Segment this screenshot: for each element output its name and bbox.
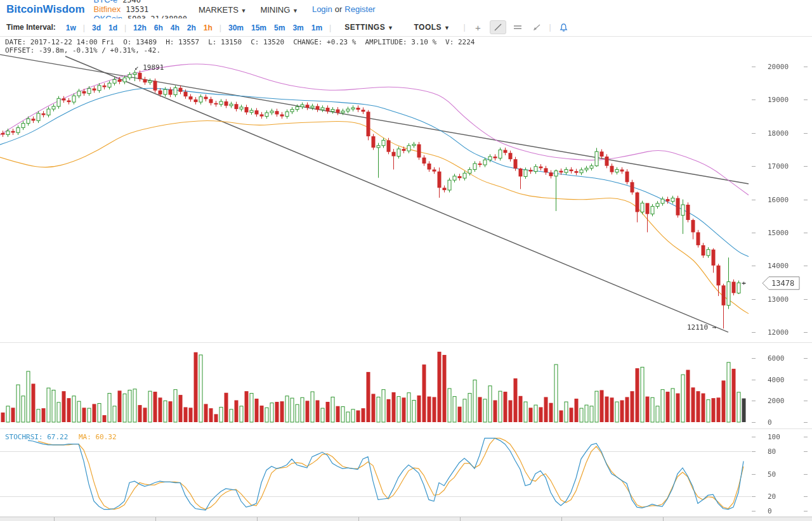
info-field: AMPLITUDE: 3.10 % xyxy=(365,38,436,46)
divider: | xyxy=(463,23,465,32)
divider: | xyxy=(329,23,331,32)
chevron-down-icon: ▼ xyxy=(444,25,450,31)
arrow-down-left-icon: ↙ xyxy=(134,63,139,72)
tools-menu[interactable]: TOOLS ▼ xyxy=(414,23,450,32)
settings-menu[interactable]: SETTINGS ▼ xyxy=(344,23,393,32)
auth-links: LoginorRegister xyxy=(312,4,376,14)
info-field: V: 2224 xyxy=(445,38,475,46)
interval-30m[interactable]: 30m xyxy=(228,23,244,32)
interval-6h[interactable]: 6h xyxy=(154,23,163,32)
stoch-axis-label: 50 xyxy=(768,470,801,479)
ticker-bitfinex[interactable]: Bitfinex13531 xyxy=(94,4,187,14)
chart-canvas[interactable] xyxy=(0,0,812,521)
price-axis-label: 12000 xyxy=(768,328,801,337)
interval-15m[interactable]: 15m xyxy=(251,23,266,32)
price-axis-label: 18000 xyxy=(768,129,801,138)
ticker-btc-e[interactable]: BTC-e2546 xyxy=(94,0,187,4)
interval-1m[interactable]: 1m xyxy=(311,23,322,32)
info-field: CHANGE: +0.23 % xyxy=(293,38,356,46)
stochrsi-k-label: STOCHRSI: 67.22 xyxy=(5,433,68,441)
price-axis-label: 15000 xyxy=(768,229,801,237)
ohlc-info-bar: DATE: 2017-12-22 14:00 FriO: 13489H: 135… xyxy=(5,38,483,55)
info-field: O: 13489 xyxy=(123,38,157,46)
menu-markets[interactable]: MARKETS ▼ xyxy=(199,5,246,15)
menu-mining[interactable]: MINING ▼ xyxy=(260,5,298,15)
volume-axis-label: 0 xyxy=(768,418,801,427)
interval-3d[interactable]: 3d xyxy=(92,23,101,32)
price-axis-label: 20000 xyxy=(768,63,801,71)
trend-arrow-icon[interactable] xyxy=(529,21,544,34)
or-text: or xyxy=(332,4,345,14)
info-field: L: 13150 xyxy=(208,38,242,46)
bell-icon[interactable] xyxy=(556,21,572,34)
header: BitcoinWisdom Bitstamp14169.19BTC-e2546B… xyxy=(0,0,812,19)
stoch-axis-label: 20 xyxy=(768,492,801,501)
toolbar: Time Interval: 1w|3d1d|12h6h4h2h1h|30m15… xyxy=(0,18,812,37)
interval-1d[interactable]: 1d xyxy=(108,23,117,32)
chevron-down-icon: ▼ xyxy=(388,25,393,31)
header-menus: MARKETS ▼MINING ▼ xyxy=(199,4,312,15)
divider: | xyxy=(124,23,126,32)
stochrsi-ma-label: MA: 60.32 xyxy=(79,433,117,441)
interval-5m[interactable]: 5m xyxy=(274,23,285,32)
high-price-annotation: ↙ 19891 xyxy=(134,63,164,72)
chevron-down-icon: ▼ xyxy=(292,8,298,14)
volume-axis-label: 6000 xyxy=(768,354,801,363)
arrow-right-icon: → xyxy=(712,323,717,331)
offset-info-line2: OFFSET: -39.8m, -0.31% / +0.31%, -42. xyxy=(5,46,483,55)
price-axis-label: 13000 xyxy=(768,295,801,304)
interval-4h[interactable]: 4h xyxy=(171,23,180,32)
volume-axis-label: 2000 xyxy=(768,397,801,405)
divider: | xyxy=(83,23,85,32)
price-axis-label: 17000 xyxy=(768,162,801,170)
interval-1h[interactable]: 1h xyxy=(204,23,213,32)
interval-12h[interactable]: 12h xyxy=(133,23,147,32)
info-field: C: 13520 xyxy=(251,38,284,46)
interval-2h[interactable]: 2h xyxy=(187,23,196,32)
register-link[interactable]: Register xyxy=(344,4,375,14)
stochrsi-legend: STOCHRSI: 67.22 MA: 60.32 xyxy=(5,433,117,441)
info-field: DATE: 2017-12-22 14:00 Fri xyxy=(5,38,114,46)
low-price-annotation: 12110 → xyxy=(687,323,716,331)
current-price-tag: 13478 xyxy=(771,279,794,288)
interval-list: 1w|3d1d|12h6h4h2h1h|30m15m5m3m1m| xyxy=(62,22,334,33)
stoch-axis-label: 80 xyxy=(768,447,801,456)
horizontal-lines-icon[interactable] xyxy=(510,21,525,34)
divider: | xyxy=(219,23,221,32)
interval-1w[interactable]: 1w xyxy=(66,23,76,32)
price-axis-label: 16000 xyxy=(768,196,801,204)
bitcoinwisdom-app: BitcoinWisdom Bitstamp14169.19BTC-e2546B… xyxy=(0,0,812,521)
price-axis-label: 14000 xyxy=(768,262,801,270)
logo[interactable]: BitcoinWisdom xyxy=(6,3,85,16)
line-tool-icon[interactable] xyxy=(490,20,506,34)
stoch-axis-label: 0 xyxy=(768,507,801,515)
price-axis-label: 19000 xyxy=(768,96,801,104)
info-field: H: 13557 xyxy=(166,38,199,46)
login-link[interactable]: Login xyxy=(312,4,332,14)
time-interval-label: Time Interval: xyxy=(6,23,56,32)
plus-icon[interactable]: + xyxy=(471,21,486,34)
divider: | xyxy=(549,23,551,32)
ohlc-info-line1: DATE: 2017-12-22 14:00 FriO: 13489H: 135… xyxy=(5,38,483,46)
interval-3m[interactable]: 3m xyxy=(292,23,303,32)
stoch-axis-label: 100 xyxy=(768,433,801,441)
chevron-down-icon: ▼ xyxy=(241,8,247,14)
volume-axis-label: 4000 xyxy=(768,376,801,384)
